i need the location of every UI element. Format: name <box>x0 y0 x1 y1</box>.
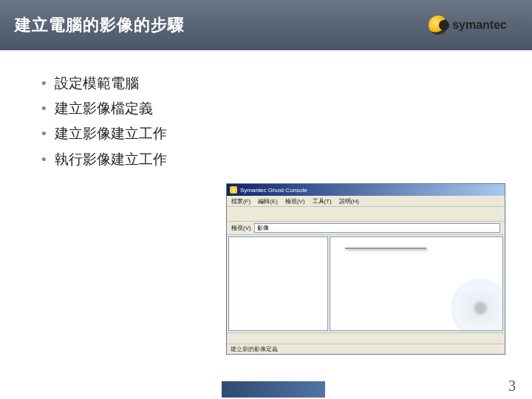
status-bar: 建立新的影像定義 <box>227 344 505 354</box>
menu-item[interactable]: 編輯(E) <box>258 197 278 205</box>
embedded-app-screenshot: Symantec Ghost Console 檔案(F)編輯(E)檢視(V)工具… <box>226 183 505 355</box>
bullet-item: 建立影像檔定義 <box>41 96 491 121</box>
toolbar <box>227 207 505 222</box>
slide-title: 建立電腦的影像的步驟 <box>15 14 185 36</box>
context-menu[interactable] <box>345 248 426 249</box>
menu-item[interactable]: 說明(H) <box>339 197 359 205</box>
app-icon <box>230 186 237 194</box>
footer-accent <box>222 381 325 398</box>
tree-panel[interactable] <box>228 236 328 331</box>
symantec-logo-icon <box>429 16 448 35</box>
trademark-icon: ™ <box>511 22 517 29</box>
menu-item[interactable]: 工具(T) <box>313 197 332 205</box>
main-panel[interactable] <box>330 236 503 331</box>
page-number: 3 <box>508 378 516 395</box>
disc-decoration-icon <box>451 279 503 331</box>
window-title-text: Symantec Ghost Console <box>240 187 307 194</box>
window-titlebar[interactable]: Symantec Ghost Console <box>227 184 505 196</box>
bullet-item: 執行影像建立工作 <box>41 147 491 172</box>
brand-text: symantec <box>452 18 507 32</box>
slide-header: 建立電腦的影像的步驟 symantec ™ <box>0 0 532 50</box>
address-label: 檢視(V) <box>231 224 251 232</box>
bottom-tabs <box>227 332 505 344</box>
address-bar: 檢視(V) <box>227 222 505 235</box>
bullet-item: 建立影像建立工作 <box>41 121 491 146</box>
menu-bar: 檔案(F)編輯(E)檢視(V)工具(T)說明(H) <box>227 196 505 207</box>
menu-item[interactable]: 檢視(V) <box>285 197 305 205</box>
bullet-list: 設定模範電腦建立影像檔定義建立影像建立工作執行影像建立工作 <box>0 50 532 193</box>
menu-item[interactable]: 檔案(F) <box>231 197 250 205</box>
brand-logo: symantec ™ <box>429 16 517 35</box>
bullet-item: 設定模範電腦 <box>41 71 491 96</box>
address-input[interactable] <box>254 223 500 233</box>
